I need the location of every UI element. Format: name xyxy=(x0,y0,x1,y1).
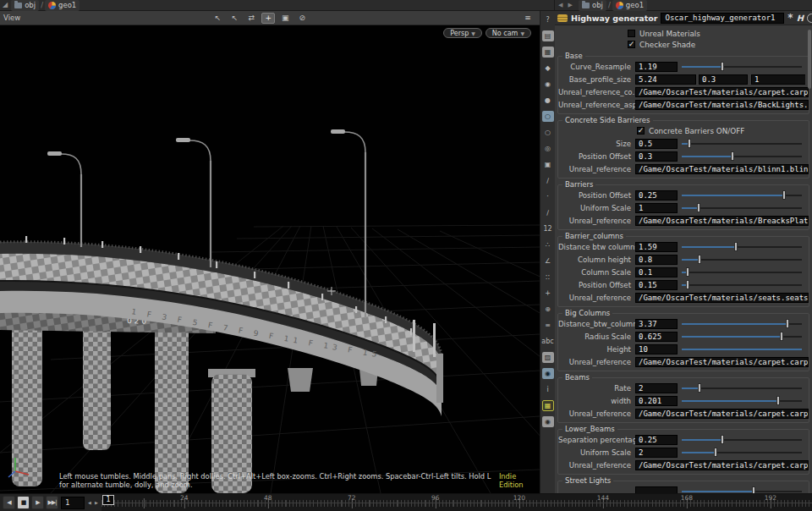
origin-gnomon-icon[interactable]: ⊕ xyxy=(542,304,554,315)
brush-icon[interactable]: ∕ xyxy=(542,207,554,218)
normals-icon[interactable]: ∴ xyxy=(542,239,554,250)
param-slider[interactable] xyxy=(682,395,802,406)
environment-light-icon[interactable]: ● xyxy=(542,95,554,106)
param-path-field[interactable]: /Game/OscarTest/materials/BreacksPlate.B… xyxy=(635,216,809,226)
param-value-field[interactable]: 0.25 xyxy=(635,435,678,445)
step-forward-button[interactable]: ▶ xyxy=(93,497,100,508)
param-value-field[interactable]: 0.201 xyxy=(635,396,678,406)
param-slider[interactable] xyxy=(682,318,802,329)
text-overlay-icon[interactable]: abc xyxy=(542,336,554,347)
play-reverse-button[interactable]: ◀ xyxy=(3,496,15,509)
view-snapshot-icon[interactable]: ▤ xyxy=(542,30,554,41)
gear-icon[interactable]: * xyxy=(787,14,793,22)
param-value-field[interactable]: 1.19 xyxy=(635,62,678,72)
viewport-canvas[interactable]: 0 2 0 1 F 3 F 5 F 7 F 9 F 11 F 13 F 15 xyxy=(0,25,540,493)
no-cam-button[interactable]: No cam▼ xyxy=(486,28,531,38)
grid-icon[interactable]: ▦ xyxy=(542,400,554,411)
slider-handle[interactable] xyxy=(786,319,789,328)
param-path-field[interactable]: /Game/OscarTest/materials/carpet.carpet xyxy=(635,409,809,419)
param-slider[interactable] xyxy=(682,266,802,277)
param-value-field[interactable]: 0.1 xyxy=(635,267,678,277)
param-value-field[interactable]: 1 xyxy=(635,203,678,213)
breadcrumb-obj-right[interactable]: obj xyxy=(579,0,606,11)
spotlight-icon[interactable]: ◉ xyxy=(542,79,554,90)
param-path-field[interactable]: /Game/OscarTest/materials/blinn1.blinn1 xyxy=(635,164,809,174)
frame-count-icon[interactable]: 12 xyxy=(542,223,554,234)
param-slider[interactable] xyxy=(682,486,802,493)
current-frame-field[interactable]: 1 xyxy=(61,497,85,509)
info-icon[interactable]: i xyxy=(542,384,554,395)
param-value-field[interactable] xyxy=(635,486,678,494)
param-value-field[interactable]: 0.25 xyxy=(635,190,678,201)
measure-icon[interactable]: ∠ xyxy=(542,256,554,266)
slider-handle[interactable] xyxy=(688,139,691,148)
breadcrumb-geo1[interactable]: geo1 xyxy=(45,0,80,11)
breadcrumb-obj[interactable]: obj xyxy=(11,0,39,11)
go-to-end-button[interactable]: ▶▶| xyxy=(46,496,58,509)
param-value-field[interactable]: 0.625 xyxy=(635,332,678,342)
param-value-field[interactable]: 1.59 xyxy=(635,242,678,252)
param-path-field[interactable]: /Game/OscarTest/materials/carpet.carpet xyxy=(635,87,809,97)
parameter-scroll-area[interactable]: Unreal Materials✓Checker Shade BaseCurve… xyxy=(555,25,812,493)
slider-handle[interactable] xyxy=(731,151,734,161)
persp-view-button[interactable]: Persp▼ xyxy=(443,28,482,38)
param-path-field[interactable]: /Game/OscarTest/materials/carpet.carpet xyxy=(635,460,809,470)
axis-icon[interactable]: + xyxy=(542,288,554,299)
scatter-display-icon[interactable]: :: xyxy=(542,272,554,283)
slider-handle[interactable] xyxy=(698,255,701,264)
param-value-field[interactable]: 2 xyxy=(635,448,678,458)
param-path-field[interactable]: /Game/OscarTest/materials/carpet.carpet xyxy=(635,357,809,367)
slider-handle[interactable] xyxy=(721,435,724,444)
path-back-forward-icons[interactable]: ◀ ▶ xyxy=(558,2,574,8)
timeline-playhead[interactable]: 1 xyxy=(102,495,114,505)
lasso-select-disabled-icon[interactable]: ⊘ xyxy=(295,13,309,24)
help-icon[interactable]: ? xyxy=(542,14,554,25)
param-value-field[interactable]: 2 xyxy=(635,383,678,393)
param-slider[interactable] xyxy=(682,254,802,265)
pose-tool-icon[interactable]: ⇄ xyxy=(244,13,258,24)
slider-handle[interactable] xyxy=(776,396,780,405)
slider-handle[interactable] xyxy=(686,280,689,289)
slider-handle[interactable] xyxy=(734,242,738,251)
param-slider[interactable] xyxy=(682,447,802,458)
param-value-field[interactable]: 3.37 xyxy=(635,319,678,329)
param-slider[interactable] xyxy=(682,343,802,354)
node-name-input[interactable]: Oscar_highway_generator1 xyxy=(661,13,784,24)
param-slider[interactable] xyxy=(682,241,802,252)
param-path-field[interactable]: /Game/OscarTest/materials/BackLights.Bac… xyxy=(635,100,809,110)
param-value-field[interactable]: 10 xyxy=(635,344,678,354)
move-tool-icon[interactable]: + xyxy=(261,13,275,24)
slider-handle[interactable] xyxy=(780,332,783,341)
param-value-field[interactable]: 0.8 xyxy=(635,255,678,265)
high-quality-light-icon[interactable]: ◎ xyxy=(542,143,554,154)
material-shade-icon[interactable]: ▣ xyxy=(542,159,554,170)
breadcrumb-geo1-right[interactable]: geo1 xyxy=(612,0,647,11)
image-plane-icon[interactable]: ▨ xyxy=(542,352,554,363)
param-value-field[interactable]: 0.3 xyxy=(635,151,678,162)
param-slider[interactable] xyxy=(682,138,802,149)
param-slider[interactable] xyxy=(682,279,802,290)
select-tool-icon[interactable]: ↖ xyxy=(211,13,224,24)
pane-maximize-icon[interactable]: ◢ xyxy=(3,1,8,9)
param-slider[interactable] xyxy=(682,151,802,162)
lock-camera-icon[interactable]: ◆ xyxy=(542,63,554,74)
display-options-icon[interactable]: ≡ xyxy=(521,13,535,24)
points-display-icon[interactable]: · xyxy=(542,191,554,202)
slider-handle[interactable] xyxy=(782,190,786,200)
param-slider[interactable] xyxy=(682,382,802,393)
param-value-field[interactable]: 0.5 xyxy=(635,139,678,149)
default-lighting-icon[interactable]: ○ xyxy=(542,127,554,138)
slider-handle[interactable] xyxy=(686,267,689,277)
param-slider[interactable] xyxy=(682,434,802,445)
param-path-field[interactable]: /Game/OscarTest/materials/seats.seats xyxy=(635,293,809,303)
param-value-field[interactable]: 0.15 xyxy=(635,280,678,290)
timeline-ruler[interactable]: 1 24487296120144168192 xyxy=(102,494,812,511)
param-slider[interactable] xyxy=(682,61,802,72)
checkbox[interactable]: ✓ xyxy=(637,127,645,135)
param-value-field[interactable]: 1 xyxy=(751,74,805,85)
slider-handle[interactable] xyxy=(697,203,700,212)
translate-handle-icon[interactable]: ↖ xyxy=(228,13,241,24)
box-select-icon[interactable]: ▣ xyxy=(278,13,292,24)
param-slider[interactable] xyxy=(682,202,802,213)
help-circle-icon[interactable] xyxy=(807,14,812,23)
